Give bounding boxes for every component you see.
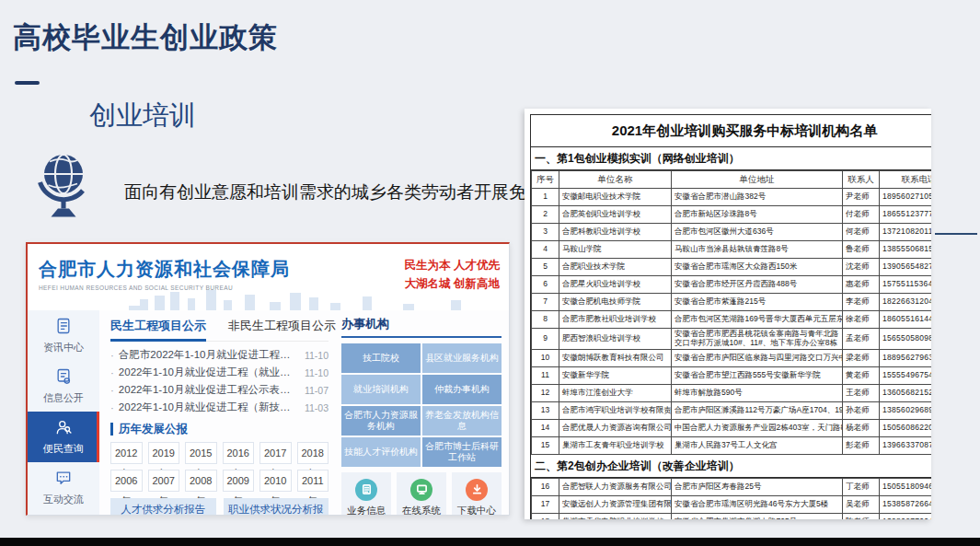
cell-no: 16 — [532, 478, 559, 495]
sidebar-item-news-center[interactable]: 资讯中心 — [28, 310, 99, 361]
sidebar-item-label: 互动交流 — [43, 493, 84, 506]
year-button[interactable]: 2017年 — [259, 442, 292, 464]
year-button-grid: 2012年2019年2015年2016年2017年2018年2006年2007年… — [110, 442, 329, 492]
agency-button[interactable]: 技能人才评价机构 — [341, 437, 421, 467]
cell-addr: 安徽省合肥市紫蓬路215号 — [672, 294, 843, 311]
sidebar-item-label: 信息公开 — [43, 391, 84, 405]
news-item[interactable]: 2022年1-10月就业促进工程（就业见习）公示11-10 — [110, 364, 329, 381]
site-logo-subtitle: HEFEI HUMAN RESOURCES AND SOCIAL SECURIT… — [39, 285, 290, 291]
table-row: 2合肥英创职业培训学校合肥市新站区珍珠路8号付老师18655123777 — [532, 206, 932, 224]
table-row: 17安徽远创人力资源管理集团有限公司安徽省合肥市瑶海区明光路46号东方大厦5楼吴… — [532, 495, 932, 513]
year-button[interactable]: 2008年 — [185, 470, 217, 492]
cell-phone: 18605516144 — [880, 311, 932, 329]
quick-link-download-center[interactable]: 下载中心 — [452, 472, 502, 515]
news-item[interactable]: 2022年1-10月就业促进工程公示表（求职用工精准对接计划）11-07 — [110, 381, 329, 399]
year-button[interactable]: 2007年 — [148, 470, 180, 492]
agency-button[interactable]: 仲裁办事机构 — [422, 375, 502, 404]
clipboard-icon — [355, 479, 377, 501]
news-item-title: 2022年1-10月就业促进工程（就业见习）公示 — [119, 366, 299, 379]
tab-minsheng-projects[interactable]: 民生工程项目公示 — [110, 318, 206, 334]
quick-link-online-system[interactable]: 在线系统 — [397, 472, 446, 515]
agency-button[interactable]: 技工院校 — [341, 343, 421, 373]
site-header: 合肥市人力资源和社会保障局 HEFEI HUMAN RESOURCES AND … — [28, 244, 509, 310]
cell-addr: 安徽省合肥市经开区丹霞西路488号 — [672, 276, 843, 294]
cell-no: 9 — [532, 329, 559, 350]
cell-phone: 15055180946 — [880, 478, 932, 495]
cell-no: 2 — [532, 206, 559, 224]
table-row: 5合肥职业技术学院安徽省合肥市瑶海区大众路西150米沈老师13905654827 — [532, 259, 932, 276]
column-header: 序号 — [532, 171, 559, 189]
agency-button[interactable]: 合肥市人力资源服务机构 — [341, 406, 421, 436]
cell-no: 1 — [532, 189, 559, 206]
year-button[interactable]: 2015年 — [185, 442, 217, 464]
sidebar-item-interaction[interactable]: 互动交流 — [28, 462, 99, 513]
cell-contact: 沈老师 — [843, 259, 880, 276]
table-row: 7安徽合肥机电技师学院安徽省合肥市紫蓬路215号李老师18226631204 — [532, 294, 932, 311]
year-button[interactable]: 2016年 — [223, 442, 255, 464]
cell-addr: 马鞍山市当涂县姑孰镇青莲路8号 — [672, 241, 843, 259]
year-button[interactable]: 2009年 — [223, 470, 255, 492]
cell-name: 合肥智联人力资源服务有限公司 — [559, 478, 672, 495]
table-row: 4马鞍山学院马鞍山市当涂县姑孰镇青莲路8号鲁老师13855506815 — [532, 241, 932, 259]
tab-non-minsheng-projects[interactable]: 非民生工程项目公示 — [228, 318, 336, 334]
cell-name: 马鞍山学院 — [559, 241, 672, 259]
slide-subtitle: 创业培训 — [89, 98, 196, 134]
news-item[interactable]: 2022年1-10月就业促进工程（新技工系统培养）公示表11-03 — [110, 399, 329, 416]
agency-button[interactable]: 就业培训机构 — [341, 375, 421, 404]
table-title: 2021年创业培训购买服务中标培训机构名单 — [531, 115, 931, 147]
table-screenshot: 2021年创业培训购买服务中标培训机构名单 一、第1包创业模拟实训（网络创业培训… — [525, 109, 931, 519]
cell-addr: 合肥市庐阳区濉溪路112号万豪广场A座1704、1910 — [672, 401, 843, 419]
sidebar-item-public-query[interactable]: 便民查询 — [28, 412, 99, 462]
table-row: 9肥西智浪职业培训学校安徽省合肥市肥西县桃花镇金寨南路与青年北路交口华邦万派城1… — [532, 329, 932, 350]
bottom-black-bar — [0, 538, 980, 546]
slide-title: 高校毕业生创业政策 — [13, 18, 278, 57]
cell-contact: 惠老师 — [843, 276, 880, 294]
sidebar-item-info-disclosure[interactable]: 信息公开 — [28, 361, 99, 412]
table-row: 11安徽新华学院安徽省合肥市望江西路555号安徽新华学院黄老师155554967… — [532, 366, 932, 384]
agency-button[interactable]: 县区就业服务机构 — [422, 343, 502, 373]
year-button[interactable]: 2018年 — [297, 442, 329, 464]
cell-phone: 18655123777 — [880, 206, 932, 224]
cell-addr: 安徽省合肥市望江西路555号安徽新华学院 — [672, 366, 843, 384]
agency-button[interactable]: 养老金发放机构信息 — [422, 406, 502, 436]
year-button[interactable]: 2006年 — [110, 470, 143, 492]
agency-button[interactable]: 合肥市博士后科研工作站 — [422, 437, 502, 467]
cell-phone: 13605682152 — [880, 384, 932, 401]
cell-phone: 13905654827 — [880, 259, 932, 276]
cell-no: 17 — [532, 495, 559, 513]
year-button[interactable]: 2019年 — [148, 442, 180, 464]
cell-addr: 安徽省合肥市庐阳区临泉路与四里河路交口万兴中心3119室 — [672, 349, 843, 366]
cell-name: 安徽邮电职业技术学院 — [559, 189, 672, 206]
cell-name: 巢湖市天华电脑职业培训学校 — [559, 513, 672, 519]
cell-no: 11 — [532, 366, 559, 384]
cell-name: 安徽远创人力资源管理集团有限公司 — [559, 495, 672, 513]
table-row: 16合肥智联人力资源服务有限公司合肥市庐阳区寿春路25号丁老师150551809… — [532, 478, 932, 495]
report-button-2[interactable]: 职业供求状况分析报告 — [224, 498, 329, 515]
cell-addr: 蚌埠市解放路590号 — [672, 384, 843, 401]
table-row: 8合肥市肥教社职业培训学校合肥市包河区芜湖路169号晋华大厦西单元五层东南之间（… — [532, 311, 932, 329]
year-button[interactable]: 2012年 — [110, 442, 143, 464]
agency-button-grid: 技工院校县区就业服务机构就业培训机构仲裁办事机构合肥市人力资源服务机构养老金发放… — [341, 343, 502, 467]
cell-no: 8 — [532, 311, 559, 329]
cell-name: 合肥星火职业培训学校 — [559, 276, 672, 294]
table-row: 18巢湖市天华电脑职业培训学校安徽省合肥市巢湖市巢湖中路705号陈老师13986… — [532, 513, 932, 519]
cell-no: 12 — [532, 384, 559, 401]
year-button[interactable]: 2011年 — [297, 470, 329, 492]
institutions-table-1: 序号单位名称单位地址联系人联系电话1安徽邮电职业技术学院安徽省合肥市潜山路382… — [531, 170, 931, 455]
news-list: 合肥市2022年1-10月就业促进工程（就业见习）公示表11-102022年1-… — [110, 346, 329, 416]
cell-name: 合肥科教职业培训学校 — [559, 224, 672, 241]
quick-link-business-info[interactable]: 业务信息 — [341, 472, 391, 515]
cell-contact: 吴老师 — [843, 495, 880, 513]
cell-addr: 中国合肥人力资源服务产业园2栋403室，天门路80号 — [672, 419, 843, 436]
year-button[interactable]: 2010年 — [259, 470, 292, 492]
cell-contact: 杨老师 — [843, 419, 880, 436]
cell-addr: 合肥市庐阳区寿春路25号 — [672, 478, 843, 495]
cell-addr: 合肥市新站区珍珠路8号 — [672, 206, 843, 224]
report-button-1[interactable]: 人才供求分析报告 — [110, 498, 216, 515]
news-item[interactable]: 合肥市2022年1-10月就业促进工程（就业见习）公示表11-10 — [110, 346, 329, 364]
cell-phone: 15385872664 — [880, 495, 932, 513]
cell-no: 4 — [532, 241, 559, 259]
agencies-title: 办事机构 — [341, 316, 502, 338]
table-row: 6合肥星火职业培训学校安徽省合肥市经开区丹霞西路488号惠老师157551153… — [532, 276, 932, 294]
site-logo-title: 合肥市人力资源和社会保障局 — [39, 257, 290, 282]
